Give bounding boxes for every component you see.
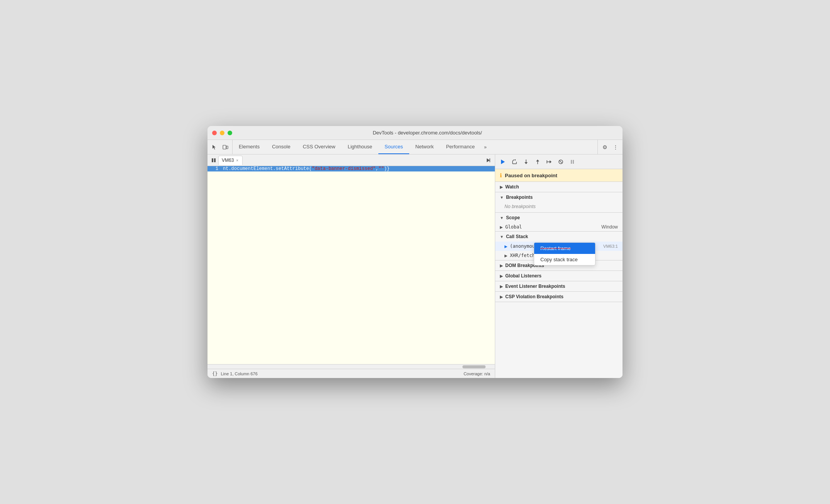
file-tab-close[interactable]: ×: [235, 158, 239, 163]
context-menu: Restart frame Copy stack trace: [534, 242, 596, 265]
scope-arrow-icon: ▼: [500, 216, 504, 220]
global-listeners-arrow-icon: ▶: [500, 274, 503, 278]
svg-rect-19: [571, 160, 572, 164]
step-into-button[interactable]: [521, 157, 531, 166]
settings-icon[interactable]: ⚙: [601, 143, 609, 151]
sources-tab-bar: VM63 ×: [208, 155, 495, 166]
event-listener-breakpoints-arrow-icon: ▶: [500, 284, 503, 289]
call-stack-header[interactable]: ▼ Call Stack: [495, 232, 622, 242]
event-listener-breakpoints-label: Event Listener Breakpoints: [505, 284, 565, 289]
scope-header[interactable]: ▼ Scope: [495, 213, 622, 223]
device-toolbar-icon[interactable]: [221, 143, 229, 151]
sources-panel: VM63 × 1: [208, 155, 495, 378]
code-content-1: nt.documentElement.setAttribute("data-ba…: [221, 166, 390, 171]
call-stack-label: Call Stack: [506, 234, 528, 239]
play-forward-icon[interactable]: [485, 157, 492, 164]
svg-marker-13: [536, 160, 539, 161]
global-listeners-header[interactable]: ▶ Global Listeners: [495, 271, 622, 281]
close-button[interactable]: [212, 131, 217, 135]
call-stack-arrow-icon: ▼: [500, 235, 504, 239]
debug-toolbar: [495, 155, 622, 169]
more-options-icon[interactable]: ⋮: [612, 143, 619, 151]
code-line-1: 1 nt.documentElement.setAttribute("data-…: [208, 166, 495, 171]
watch-arrow-icon: ▶: [500, 185, 503, 189]
csp-violation-breakpoints-header[interactable]: ▶ CSP Violation Breakpoints: [495, 292, 622, 302]
svg-rect-3: [214, 158, 216, 162]
tab-elements[interactable]: Elements: [233, 140, 266, 154]
scrollbar-thumb[interactable]: [462, 365, 486, 368]
tab-sources[interactable]: Sources: [378, 140, 409, 154]
step-over-button[interactable]: [510, 157, 519, 166]
tab-performance[interactable]: Performance: [440, 140, 481, 154]
watch-label: Watch: [505, 184, 519, 190]
call-stack-anonymous-location: VM63:1: [603, 244, 618, 249]
resume-button[interactable]: [498, 157, 508, 166]
svg-marker-11: [525, 162, 528, 164]
minimize-button[interactable]: [220, 131, 224, 135]
context-menu-restart-frame[interactable]: Restart frame: [534, 243, 595, 254]
deactivate-breakpoints-button[interactable]: [556, 157, 565, 166]
tab-css-overview[interactable]: CSS Overview: [297, 140, 342, 154]
source-tab-right: [485, 157, 495, 164]
svg-rect-0: [223, 145, 226, 149]
debugger-panel: ℹ Paused on breakpoint ▶ Watch ▼: [495, 155, 622, 378]
format-icon[interactable]: {}: [212, 371, 218, 376]
devtools-container: Elements Console CSS Overview Lighthouse…: [208, 140, 622, 378]
global-listeners-label: Global Listeners: [505, 273, 542, 279]
devtools-window: DevTools - developer.chrome.com/docs/dev…: [208, 126, 622, 378]
csp-violation-breakpoints-label: CSP Violation Breakpoints: [505, 294, 563, 299]
line-number-1: 1: [208, 166, 221, 171]
window-title: DevTools - developer.chrome.com/docs/dev…: [237, 130, 618, 136]
pause-on-exceptions-button[interactable]: [568, 157, 577, 166]
breakpoints-header[interactable]: ▼ Breakpoints: [495, 192, 622, 202]
call-stack-section: ▼ Call Stack ▶ (anonymous) VM63:1 Restar…: [495, 232, 622, 260]
step-button[interactable]: [545, 157, 554, 166]
call-stack-xhr-arrow-icon: ▶: [504, 254, 508, 258]
main-content: VM63 × 1: [208, 155, 622, 378]
vm63-tab[interactable]: VM63 ×: [218, 156, 243, 165]
tab-lighthouse[interactable]: Lighthouse: [341, 140, 378, 154]
status-bar: {} Line 1, Column 676 Coverage: n/a: [208, 369, 495, 378]
paused-info-icon: ℹ: [500, 172, 502, 178]
main-toolbar: Elements Console CSS Overview Lighthouse…: [208, 140, 622, 155]
traffic-lights: [212, 131, 232, 135]
svg-marker-6: [501, 160, 505, 164]
scope-global-label: Global: [505, 224, 599, 230]
svg-line-18: [559, 160, 562, 163]
scope-global-item[interactable]: ▶ Global Window: [495, 223, 622, 231]
watch-header[interactable]: ▶ Watch: [495, 182, 622, 192]
active-frame-arrow-icon: ▶: [504, 244, 508, 249]
breakpoints-section: ▼ Breakpoints No breakpoints: [495, 192, 622, 213]
title-bar: DevTools - developer.chrome.com/docs/dev…: [208, 126, 622, 140]
maximize-button[interactable]: [228, 131, 232, 135]
toolbar-right: ⚙ ⋮: [597, 140, 622, 154]
cursor-position: Line 1, Column 676: [221, 371, 257, 376]
breakpoints-empty: No breakpoints: [495, 202, 622, 212]
file-tab-name: VM63: [222, 158, 234, 163]
context-menu-copy-stack-trace[interactable]: Copy stack trace: [534, 254, 595, 265]
play-script-icon[interactable]: [211, 157, 217, 163]
tab-console[interactable]: Console: [266, 140, 297, 154]
status-left: {} Line 1, Column 676: [212, 371, 258, 376]
svg-marker-15: [550, 160, 552, 163]
step-out-button[interactable]: [533, 157, 542, 166]
paused-banner: ℹ Paused on breakpoint: [495, 169, 622, 182]
watch-section: ▶ Watch: [495, 182, 622, 192]
event-listener-breakpoints-header[interactable]: ▶ Event Listener Breakpoints: [495, 281, 622, 291]
toolbar-icons: [208, 140, 233, 154]
svg-rect-1: [226, 146, 228, 149]
breakpoints-label: Breakpoints: [506, 195, 533, 200]
scope-label: Scope: [506, 215, 520, 220]
coverage-status: Coverage: n/a: [464, 371, 490, 376]
cursor-icon[interactable]: [211, 143, 218, 151]
scope-global-value: Window: [601, 224, 618, 230]
tab-network[interactable]: Network: [409, 140, 440, 154]
code-editor: 1 nt.documentElement.setAttribute("data-…: [208, 166, 495, 364]
more-tabs-button[interactable]: »: [481, 140, 490, 154]
horizontal-scrollbar[interactable]: [208, 364, 495, 369]
debug-sections: ℹ Paused on breakpoint ▶ Watch ▼: [495, 169, 622, 378]
svg-rect-2: [212, 158, 213, 162]
breakpoints-arrow-icon: ▼: [500, 195, 504, 200]
csp-violation-breakpoints-section: ▶ CSP Violation Breakpoints: [495, 292, 622, 302]
paused-message: Paused on breakpoint: [505, 173, 557, 178]
